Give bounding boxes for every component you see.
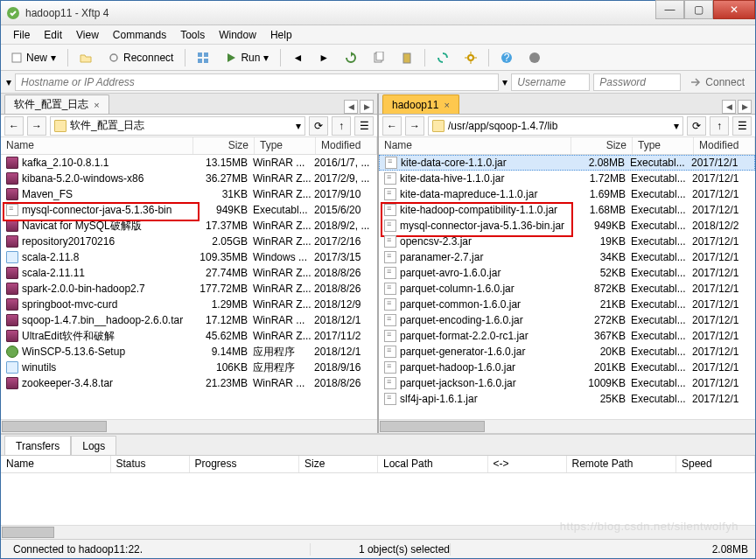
remote-header[interactable]: Name Size Type Modified (379, 137, 755, 155)
refresh-icon[interactable]: ⟳ (687, 116, 706, 136)
file-row[interactable]: repository201702162.05GBWinRAR Z...2017/… (1, 234, 377, 249)
tab-transfers[interactable]: Transfers (4, 436, 71, 455)
tab-next-button[interactable]: ▶ (360, 100, 374, 114)
file-icon (384, 204, 396, 216)
file-row[interactable]: parquet-generator-1.6.0.jar20KBExecutabl… (379, 344, 755, 360)
file-row[interactable]: Navicat for MySQL破解版17.37MBWinRAR Z...20… (1, 218, 377, 234)
refresh-icon[interactable]: ⟳ (309, 116, 328, 136)
new-button[interactable]: New▾ (4, 48, 62, 67)
tab-next-button[interactable]: ▶ (738, 100, 752, 114)
file-row[interactable]: mysql-connector-java-5.1.36-bin949KBExec… (1, 202, 377, 218)
menu-view[interactable]: View (69, 27, 106, 43)
password-input[interactable] (593, 73, 681, 91)
run-button[interactable]: Run▾ (219, 48, 275, 67)
reconnect-button[interactable]: Reconnect (102, 48, 179, 67)
tab-prev-button[interactable]: ◀ (344, 100, 358, 114)
menu-edit[interactable]: Edit (37, 27, 69, 43)
file-icon (384, 188, 396, 200)
statusbar: Connected to hadoop11:22. 1 object(s) se… (1, 539, 755, 558)
file-row[interactable]: kafka_2.10-0.8.1.113.15MBWinRAR ...2016/… (1, 155, 377, 171)
file-row[interactable]: springboot-mvc-curd1.29MBWinRAR Z...2018… (1, 297, 377, 312)
app-icon (6, 6, 20, 20)
menu-commands[interactable]: Commands (106, 27, 173, 43)
menu-help[interactable]: Help (263, 27, 299, 43)
file-row[interactable]: kite-hadoop-compatibility-1.1.0.jar1.68M… (379, 202, 755, 218)
file-row[interactable]: Maven_FS31KBWinRAR Z...2017/9/10 (1, 186, 377, 202)
file-row[interactable]: scala-2.11.1127.74MBWinRAR Z...2018/8/26 (1, 265, 377, 281)
fwd-button[interactable]: → (405, 116, 424, 136)
file-icon (384, 283, 396, 295)
file-row[interactable]: paranamer-2.7.jar34KBExecutabl...2017/12… (379, 249, 755, 265)
remote-filelist[interactable]: kite-data-core-1.1.0.jar2.08MBExecutabl.… (379, 155, 755, 419)
paste-button[interactable] (395, 48, 419, 67)
views-icon[interactable]: ☰ (354, 116, 374, 136)
local-header[interactable]: Name Size Type Modified (1, 137, 377, 155)
up-icon[interactable]: ↑ (710, 116, 729, 136)
file-row[interactable]: parquet-encoding-1.6.0.jar272KBExecutabl… (379, 312, 755, 328)
hscrollbar[interactable] (1, 419, 377, 433)
hostname-input[interactable] (15, 73, 499, 91)
file-row[interactable]: kibana-5.2.0-windows-x8636.27MBWinRAR Z.… (1, 171, 377, 186)
hscrollbar[interactable] (379, 419, 755, 433)
file-icon (6, 298, 18, 311)
refresh-button[interactable] (339, 48, 363, 67)
tab-logs[interactable]: Logs (71, 436, 116, 455)
file-row[interactable]: parquet-hadoop-1.6.0.jar201KBExecutabl..… (379, 360, 755, 375)
views-button[interactable] (191, 48, 215, 67)
file-row[interactable]: UltraEdit软件和破解45.62MBWinRAR Z...2017/11/… (1, 328, 377, 344)
views-icon[interactable]: ☰ (732, 116, 752, 136)
file-row[interactable]: parquet-common-1.6.0.jar21KBExecutabl...… (379, 297, 755, 312)
local-tab[interactable]: 软件_配置_日志× (4, 94, 109, 114)
file-row[interactable]: parquet-avro-1.6.0.jar52KBExecutabl...20… (379, 265, 755, 281)
remote-tab[interactable]: hadoop11× (382, 94, 459, 114)
maximize-button[interactable]: ▢ (684, 0, 713, 19)
file-icon (6, 330, 18, 342)
about-button[interactable] (522, 48, 547, 67)
open-button[interactable] (74, 48, 98, 67)
local-filelist[interactable]: kafka_2.10-0.8.1.113.15MBWinRAR ...2016/… (1, 155, 377, 419)
file-row[interactable]: kite-data-mapreduce-1.1.0.jar1.69MBExecu… (379, 186, 755, 202)
sync-button[interactable] (430, 48, 455, 67)
local-path[interactable]: 软件_配置_日志▾ (50, 116, 305, 136)
menu-tools[interactable]: Tools (173, 27, 212, 43)
file-row[interactable]: spark-2.0.0-bin-hadoop2.7177.72MBWinRAR … (1, 281, 377, 297)
minimize-button[interactable]: — (655, 0, 684, 19)
remote-path[interactable]: /usr/app/sqoop-1.4.7/lib▾ (428, 116, 683, 136)
file-icon (384, 346, 396, 358)
file-icon (384, 172, 396, 185)
help-button[interactable]: ? (494, 48, 519, 67)
menu-window[interactable]: Window (212, 27, 263, 43)
file-row[interactable]: slf4j-api-1.6.1.jar25KBExecutabl...2017/… (379, 391, 755, 407)
file-row[interactable]: opencsv-2.3.jar19KBExecutabl...2017/12/1 (379, 234, 755, 249)
file-row[interactable]: kite-data-hive-1.1.0.jar1.72MBExecutabl.… (379, 171, 755, 186)
status-connection: Connected to hadoop11:22. (8, 543, 311, 556)
file-row[interactable]: winutils106KB应用程序2018/9/16 (1, 360, 377, 375)
back-button[interactable]: ← (4, 116, 24, 136)
settings-button[interactable] (458, 48, 483, 67)
up-icon[interactable]: ↑ (332, 116, 351, 136)
file-row[interactable]: scala-2.11.8109.35MBWindows ...2017/3/15 (1, 249, 377, 265)
file-row[interactable]: mysql-connector-java-5.1.36-bin.jar949KB… (379, 218, 755, 234)
fwd-button[interactable]: → (27, 116, 46, 136)
nav-fwd-button[interactable]: ► (312, 48, 335, 67)
copy-button[interactable] (367, 48, 391, 67)
close-button[interactable]: ✕ (713, 0, 755, 19)
file-row[interactable]: zookeeper-3.4.8.tar21.23MBWinRAR ...2018… (1, 375, 377, 391)
tab-prev-button[interactable]: ◀ (722, 100, 736, 114)
nav-back-button[interactable]: ◄ (286, 48, 309, 67)
file-row[interactable]: parquet-format-2.2.0-rc1.jar367KBExecuta… (379, 328, 755, 344)
file-row[interactable]: WinSCP-5.13.6-Setup9.14MB应用程序2018/12/1 (1, 344, 377, 360)
menu-file[interactable]: File (6, 27, 37, 43)
file-row[interactable]: parquet-column-1.6.0.jar872KBExecutabl..… (379, 281, 755, 297)
connect-button[interactable]: Connect (684, 76, 750, 88)
file-row[interactable]: parquet-jackson-1.6.0.jar1009KBExecutabl… (379, 375, 755, 391)
file-row[interactable]: kite-data-core-1.1.0.jar2.08MBExecutabl.… (379, 155, 755, 171)
hscrollbar[interactable] (1, 525, 755, 539)
back-button[interactable]: ← (382, 116, 402, 136)
close-icon[interactable]: × (94, 100, 99, 110)
file-row[interactable]: sqoop-1.4.7.bin__hadoop-2.6.0.tar17.12MB… (1, 312, 377, 328)
username-input[interactable] (511, 73, 590, 91)
close-icon[interactable]: × (444, 100, 449, 110)
svg-rect-8 (403, 53, 410, 63)
transfers-header[interactable]: Name Status Progress Size Local Path <->… (1, 456, 755, 473)
